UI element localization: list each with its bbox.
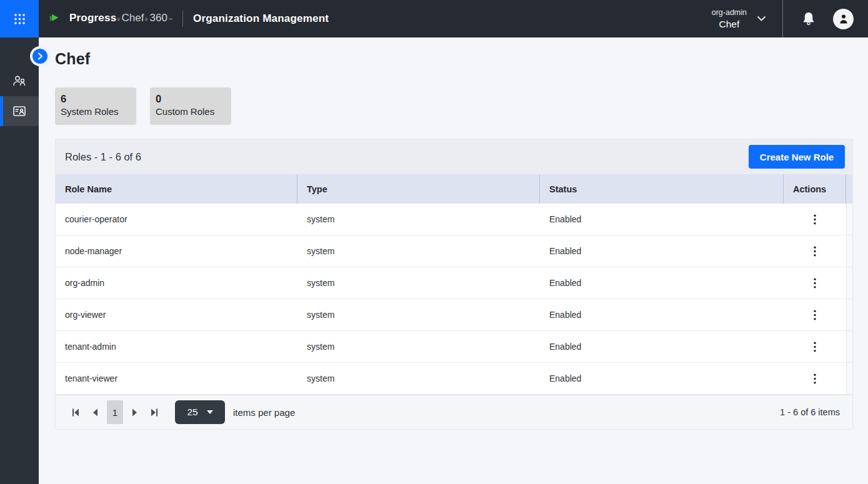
kebab-menu-icon	[814, 214, 816, 225]
stat-value: 0	[156, 93, 231, 105]
cell-role-name: node-manager	[56, 235, 297, 267]
app-launcher-button[interactable]	[0, 0, 39, 37]
table-row: node-manager system Enabled	[56, 235, 852, 267]
person-icon	[839, 14, 849, 24]
cell-status: Enabled	[540, 204, 784, 235]
first-page-button[interactable]	[65, 402, 85, 422]
cell-status: Enabled	[540, 363, 784, 394]
table-header-bar: Roles - 1 - 6 of 6 Create New Role	[56, 139, 852, 174]
cell-type: system	[297, 235, 540, 267]
cell-status: Enabled	[540, 299, 784, 330]
sidebar-item-users[interactable]	[0, 66, 39, 96]
cell-role-name: org-admin	[56, 267, 297, 299]
table-title: Roles - 1 - 6 of 6	[65, 151, 141, 163]
trademark-mark: ™	[168, 17, 172, 22]
row-actions-menu-button[interactable]	[807, 338, 822, 356]
previous-page-button[interactable]	[85, 402, 105, 422]
row-actions-menu-button[interactable]	[807, 242, 822, 260]
scrollbar-gutter	[846, 267, 852, 299]
account-avatar-button[interactable]	[833, 9, 854, 29]
trademark-mark: ®	[144, 17, 147, 22]
cell-role-name: tenant-viewer	[56, 363, 297, 394]
bell-icon	[802, 11, 816, 26]
scrollbar-gutter	[846, 331, 852, 362]
items-per-page-label: items per page	[233, 407, 295, 418]
kebab-menu-icon	[814, 278, 816, 289]
brand-progress: Progress	[69, 12, 116, 24]
cell-type: system	[297, 299, 540, 330]
page-size-value: 25	[187, 407, 197, 418]
kebab-menu-icon	[814, 246, 816, 257]
roles-table-card: Roles - 1 - 6 of 6 Create New Role Role …	[55, 139, 853, 430]
next-page-icon	[132, 408, 138, 417]
topbar: Progress® Chef® 360™ Organization Manage…	[0, 0, 868, 37]
row-actions-menu-button[interactable]	[807, 370, 822, 388]
table-row: courier-operator system Enabled	[56, 204, 852, 235]
column-header-type[interactable]: Type	[297, 174, 540, 204]
main-content: › Org Role Management Chef 6 System Role…	[39, 0, 868, 430]
kebab-menu-icon	[814, 373, 816, 384]
chevron-right-icon	[37, 52, 43, 60]
row-actions-menu-button[interactable]	[807, 210, 822, 229]
cell-role-name: tenant-admin	[56, 331, 297, 362]
sidebar-expand-toggle[interactable]	[32, 49, 47, 64]
topbar-divider	[782, 0, 783, 37]
progress-chevron-icon	[47, 12, 65, 26]
role-badge-icon	[11, 103, 27, 119]
cell-type: system	[297, 363, 540, 394]
table-row: tenant-admin system Enabled	[56, 331, 852, 363]
column-header-actions: Actions	[784, 174, 846, 204]
table-row: tenant-viewer system Enabled	[56, 363, 852, 395]
scrollbar-gutter	[846, 204, 852, 235]
column-header-role-name[interactable]: Role Name	[56, 174, 297, 204]
stat-card-custom-roles: 0 Custom Roles	[150, 87, 231, 125]
stat-value: 6	[61, 93, 136, 105]
page-title: Chef	[55, 50, 853, 68]
scrollbar-gutter	[846, 363, 852, 394]
brand-chef: Chef	[121, 12, 144, 24]
next-page-button[interactable]	[125, 402, 145, 422]
waffle-grid-icon	[14, 13, 26, 25]
cell-status: Enabled	[540, 235, 784, 267]
caret-down-icon	[207, 410, 213, 414]
first-page-icon	[71, 408, 79, 417]
kebab-menu-icon	[814, 342, 816, 352]
page-size-dropdown[interactable]: 25	[175, 400, 225, 424]
table-row: org-admin system Enabled	[56, 267, 852, 299]
cell-type: system	[297, 267, 540, 299]
cell-role-name: courier-operator	[56, 204, 297, 235]
last-page-button[interactable]	[145, 402, 165, 422]
cell-status: Enabled	[540, 331, 784, 362]
pagination-range-label: 1 - 6 of 6 items	[780, 407, 840, 417]
create-new-role-button[interactable]: Create New Role	[749, 145, 845, 169]
stat-card-system-roles: 6 System Roles	[55, 87, 136, 125]
cell-type: system	[297, 331, 540, 362]
account-role: org-admin	[712, 8, 747, 17]
chevron-down-icon	[757, 16, 766, 22]
previous-page-icon	[92, 408, 98, 417]
table-column-header-row: Role Name Type Status Actions	[56, 174, 852, 204]
scrollbar-gutter	[846, 235, 852, 267]
account-org: Chef	[712, 19, 747, 30]
column-header-status[interactable]: Status	[540, 174, 784, 204]
row-actions-menu-button[interactable]	[807, 274, 822, 292]
notifications-button[interactable]	[802, 11, 816, 26]
stat-label: System Roles	[61, 106, 136, 117]
app-title: Organization Management	[193, 12, 329, 25]
topbar-divider	[182, 11, 183, 27]
pagination-bar: 1 25 items per page 1 - 6 of 6 items	[56, 395, 852, 429]
table-row: org-viewer system Enabled	[56, 299, 852, 331]
brand-logo: Progress® Chef® 360™	[47, 12, 172, 26]
cell-type: system	[297, 204, 540, 235]
sidebar-item-org-roles[interactable]	[0, 96, 39, 126]
sidebar	[0, 37, 39, 484]
users-icon	[11, 73, 27, 89]
last-page-icon	[151, 408, 159, 417]
account-switcher[interactable]: org-admin Chef	[712, 8, 766, 30]
kebab-menu-icon	[814, 310, 816, 320]
scrollbar-gutter	[846, 299, 852, 330]
stat-cards: 6 System Roles 0 Custom Roles	[55, 87, 853, 125]
row-actions-menu-button[interactable]	[807, 306, 822, 324]
cell-role-name: org-viewer	[56, 299, 297, 330]
page-number-button[interactable]: 1	[107, 400, 123, 424]
